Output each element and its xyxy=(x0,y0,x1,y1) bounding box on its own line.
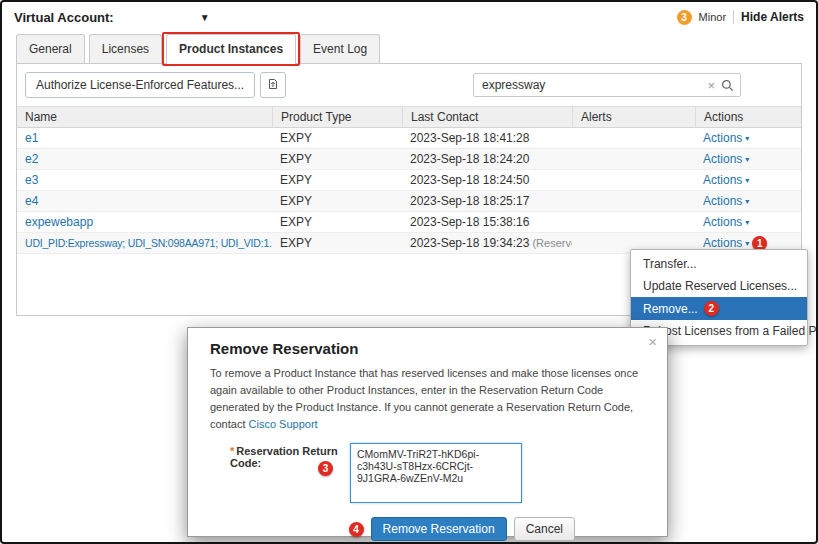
reservation-return-code-input[interactable]: CMomMV-TriR2T-hKD6pi-c3h43U-sT8Hzx-6CRCj… xyxy=(350,443,522,503)
chevron-down-icon[interactable]: ▾ xyxy=(745,239,749,248)
close-icon[interactable]: × xyxy=(648,333,657,350)
product-type-cell: EXPY xyxy=(272,215,402,229)
export-button[interactable] xyxy=(260,72,286,98)
menu-item-update-reserved-licenses[interactable]: Update Reserved Licenses... xyxy=(631,275,807,297)
actions-menu-button[interactable]: Actions xyxy=(703,131,742,145)
column-header-product-type[interactable]: Product Type xyxy=(272,107,402,127)
annotation-step-2: 2 xyxy=(704,301,719,316)
last-contact-cell: 2023-Sep-18 19:34:23 xyxy=(410,236,529,250)
table-row: e4 EXPY 2023-Sep-18 18:25:17 Actions▾ xyxy=(17,191,801,212)
product-type-cell: EXPY xyxy=(272,194,402,208)
instance-link[interactable]: e2 xyxy=(25,152,38,166)
table-row: e1 EXPY 2023-Sep-18 18:41:28 Actions▾ xyxy=(17,128,801,149)
product-type-cell: EXPY xyxy=(272,131,402,145)
cancel-button[interactable]: Cancel xyxy=(514,517,575,541)
dialog-body-text: To remove a Product Instance that has re… xyxy=(188,365,667,433)
menu-item-transfer[interactable]: Transfer... xyxy=(631,253,807,275)
cisco-support-link[interactable]: Cisco Support xyxy=(249,418,318,430)
authorize-license-enforced-features-button[interactable]: Authorize License-Enforced Features... xyxy=(25,72,255,98)
column-header-last-contact[interactable]: Last Contact xyxy=(402,107,572,127)
column-header-name[interactable]: Name xyxy=(17,107,272,127)
instance-link[interactable]: UDI_PID:Expressway; UDI_SN:098AA971; UDI… xyxy=(25,237,272,249)
annotation-step-4: 4 xyxy=(349,522,364,537)
tab-product-instances[interactable]: Product Instances xyxy=(166,34,296,64)
remove-reservation-dialog: × Remove Reservation To remove a Product… xyxy=(187,327,668,537)
tab-event-log[interactable]: Event Log xyxy=(300,34,380,63)
table-header: Name Product Type Last Contact Alerts Ac… xyxy=(17,106,801,128)
virtual-account-dropdown-icon[interactable]: ▼ xyxy=(200,12,210,23)
actions-menu-button[interactable]: Actions xyxy=(703,236,742,250)
instance-link[interactable]: e3 xyxy=(25,173,38,187)
actions-menu-button[interactable]: Actions xyxy=(703,152,742,166)
reservation-return-code-field: *Reservation Return Code: 3 CMomMV-TriR2… xyxy=(188,443,667,503)
virtual-account-title: Virtual Account: xyxy=(14,10,114,25)
export-icon xyxy=(266,77,280,94)
actions-menu-button[interactable]: Actions xyxy=(703,194,742,208)
table-row: expewebapp EXPY 2023-Sep-18 15:38:16 Act… xyxy=(17,212,801,233)
table-row: e3 EXPY 2023-Sep-18 18:24:50 Actions▾ xyxy=(17,170,801,191)
instance-link[interactable]: e1 xyxy=(25,131,38,145)
actions-menu-button[interactable]: Actions xyxy=(703,215,742,229)
menu-item-remove[interactable]: Remove... 2 xyxy=(631,297,807,320)
hide-alerts-button[interactable]: Hide Alerts xyxy=(741,10,804,24)
last-contact-cell: 2023-Sep-18 15:38:16 xyxy=(402,215,572,229)
tab-product-instances-label: Product Instances xyxy=(179,42,283,56)
dialog-footer: 4 Remove Reservation Cancel xyxy=(188,517,667,541)
last-contact-cell: 2023-Sep-18 18:41:28 xyxy=(402,131,572,145)
column-header-actions[interactable]: Actions xyxy=(695,107,801,127)
remove-reservation-button[interactable]: Remove Reservation xyxy=(371,517,507,541)
search-icon[interactable] xyxy=(719,79,740,92)
chevron-down-icon[interactable]: ▾ xyxy=(745,155,749,164)
clear-search-icon[interactable]: × xyxy=(703,78,719,93)
dialog-title: Remove Reservation xyxy=(188,328,667,365)
table-row: e2 EXPY 2023-Sep-18 18:24:20 Actions▾ xyxy=(17,149,801,170)
product-type-cell: EXPY xyxy=(272,236,402,250)
tab-bar: General Licenses Product Instances Event… xyxy=(16,32,802,64)
last-contact-cell: 2023-Sep-18 18:24:20 xyxy=(402,152,572,166)
chevron-down-icon[interactable]: ▾ xyxy=(745,176,749,185)
product-type-cell: EXPY xyxy=(272,152,402,166)
tab-licenses[interactable]: Licenses xyxy=(89,34,162,63)
search-box: × xyxy=(473,73,741,97)
app-window: Virtual Account: ▼ 3 Minor Hide Alerts G… xyxy=(0,0,818,544)
minor-alert-label: Minor xyxy=(699,11,727,23)
instance-link[interactable]: e4 xyxy=(25,194,38,208)
table-body: e1 EXPY 2023-Sep-18 18:41:28 Actions▾ e2… xyxy=(17,128,801,254)
minor-alert-badge: 3 xyxy=(677,10,692,25)
required-icon: * xyxy=(230,445,234,457)
instance-link[interactable]: expewebapp xyxy=(25,215,93,229)
actions-menu-button[interactable]: Actions xyxy=(703,173,742,187)
chevron-down-icon[interactable]: ▾ xyxy=(745,134,749,143)
reserved-licenses-note: (Reserved Licenses) xyxy=(532,237,572,249)
last-contact-cell: 2023-Sep-18 18:24:50 xyxy=(402,173,572,187)
chevron-down-icon[interactable]: ▾ xyxy=(745,218,749,227)
header-divider xyxy=(733,10,734,24)
chevron-down-icon[interactable]: ▾ xyxy=(745,197,749,206)
column-header-alerts[interactable]: Alerts xyxy=(572,107,695,127)
reservation-return-code-label: *Reservation Return Code: xyxy=(230,443,350,503)
panel-toolbar: Authorize License-Enforced Features... × xyxy=(17,64,801,106)
search-input[interactable] xyxy=(474,78,703,92)
last-contact-cell: 2023-Sep-18 18:25:17 xyxy=(402,194,572,208)
product-type-cell: EXPY xyxy=(272,173,402,187)
tab-general[interactable]: General xyxy=(16,34,85,63)
page-header: Virtual Account: ▼ 3 Minor Hide Alerts xyxy=(2,2,816,32)
